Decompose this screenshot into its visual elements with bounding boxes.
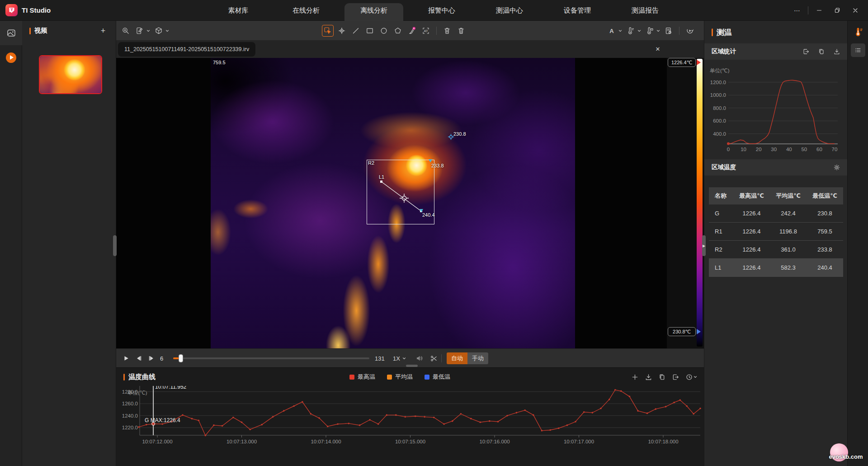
restore-button[interactable] — [828, 0, 846, 21]
svg-text:G MAX:1226.4: G MAX:1226.4 — [145, 417, 180, 423]
thermometer-tool-button[interactable] — [851, 25, 865, 39]
download-button[interactable] — [645, 373, 652, 381]
delete-tool-icon[interactable] — [441, 25, 453, 37]
panel-resize-grip[interactable] — [406, 365, 418, 367]
media-library-button[interactable] — [0, 21, 22, 45]
minimize-button[interactable] — [810, 0, 828, 21]
curve-panel-actions — [631, 368, 698, 386]
timeline-handle[interactable] — [179, 354, 183, 362]
volume-button[interactable] — [415, 354, 424, 362]
close-document-icon[interactable]: ✕ — [653, 45, 662, 54]
window-controls: ⋯ — [788, 0, 864, 21]
more-menu-button[interactable]: ⋯ — [788, 0, 806, 21]
legend-item-最低温[interactable]: 最低温 — [425, 373, 450, 381]
export-button[interactable] — [672, 373, 679, 381]
prev-frame-button[interactable] — [135, 355, 142, 362]
add-video-button[interactable]: + — [99, 26, 108, 35]
play-button[interactable] — [123, 355, 130, 362]
clip-scissors-button[interactable] — [430, 355, 438, 362]
colorbar-min-handle[interactable] — [697, 329, 701, 334]
main-workspace: AIAT A 11_20250515100711491-202505151007… — [116, 21, 704, 466]
temp-annotation-tool-caret-icon[interactable] — [658, 29, 660, 33]
ellipse-tool-icon[interactable] — [378, 25, 390, 37]
delete-all-tool-icon[interactable] — [455, 25, 467, 37]
time-range-button[interactable] — [685, 373, 698, 381]
play-review-tool-icon[interactable] — [684, 25, 696, 37]
l1-min-marker[interactable]: 240.4 — [420, 209, 423, 212]
r2-region-label: R2 — [368, 160, 374, 166]
table-row-R2[interactable]: R21226.4361.0233.8 — [709, 241, 843, 259]
playback-speed[interactable]: 1X — [393, 355, 400, 362]
svg-text:10:07:16.000: 10:07:16.000 — [479, 439, 509, 444]
nav-tab-测温报告[interactable]: 测温报告 — [611, 0, 679, 21]
mode-manual-button[interactable]: 手动 — [467, 352, 488, 364]
select-tool-icon[interactable] — [322, 25, 334, 37]
legend-item-平均温[interactable]: 平均温 — [387, 373, 413, 381]
timeline-slider[interactable] — [173, 357, 369, 359]
legend-item-最高温[interactable]: 最高温 — [349, 373, 375, 381]
offline-video-button[interactable] — [0, 45, 22, 70]
temp-display-tool-caret-icon[interactable] — [639, 29, 642, 33]
colorbar-max-handle[interactable] — [697, 60, 701, 65]
font-tool-icon[interactable]: A — [606, 25, 618, 37]
gear-icon[interactable] — [833, 164, 840, 171]
temp-value: 233.8 — [807, 246, 843, 253]
r2-min-marker[interactable]: 233.8 — [429, 159, 432, 162]
svg-text:10:07:17.000: 10:07:17.000 — [564, 439, 594, 444]
nav-tab-报警中心[interactable]: 报警中心 — [408, 0, 476, 21]
l1-endpoint-start[interactable] — [380, 181, 382, 183]
table-row-L1[interactable]: L11226.4582.3240.4 — [709, 259, 843, 277]
next-frame-button[interactable] — [148, 355, 155, 362]
annotation-display-tool-icon[interactable] — [134, 25, 146, 37]
copy-icon[interactable] — [818, 48, 825, 55]
svg-text:400.0: 400.0 — [713, 131, 726, 137]
nav-tab-测温中心[interactable]: 测温中心 — [476, 0, 543, 21]
ai-annotation-tool-icon[interactable]: AI — [406, 25, 418, 37]
nav-tab-设备管理[interactable]: 设备管理 — [543, 0, 611, 21]
point-tool-icon[interactable] — [336, 25, 348, 37]
download-icon[interactable] — [833, 48, 840, 55]
svg-text:10:07:14.000: 10:07:14.000 — [311, 439, 341, 444]
export-icon[interactable] — [802, 48, 810, 55]
annotation-display-tool-caret-icon[interactable] — [148, 29, 151, 33]
temp-annotation-tool-icon[interactable] — [644, 25, 656, 37]
document-tab[interactable]: 11_20250515100711491-20250515100722339.i… — [118, 42, 255, 57]
g-point-marker[interactable]: 230.8 — [449, 131, 466, 137]
nav-tab-离线分析[interactable]: 离线分析 — [340, 0, 408, 21]
close-button[interactable] — [846, 0, 864, 21]
left-splitter-handle[interactable] — [113, 235, 117, 256]
video-canvas[interactable]: 759.5 230.8 R2 233.8 — [116, 58, 667, 348]
copy-button[interactable] — [658, 373, 666, 381]
nav-tab-素材库[interactable]: 素材库 — [204, 0, 272, 21]
view-3d-tool-icon[interactable] — [153, 25, 165, 37]
toolbar-divider — [679, 27, 679, 35]
thermal-image: 759.5 230.8 R2 233.8 — [211, 58, 575, 348]
cursor-crosshair-icon — [399, 193, 409, 203]
font-tool-caret-icon[interactable] — [620, 29, 623, 33]
line-tool-icon[interactable] — [350, 25, 362, 37]
right-splitter-handle[interactable]: ▶ — [702, 235, 706, 256]
table-row-G[interactable]: G1226.4242.4230.8 — [709, 204, 843, 223]
svg-text:10:07:13.000: 10:07:13.000 — [226, 439, 257, 444]
svg-text:A: A — [609, 28, 614, 34]
svg-text:10:07:15.000: 10:07:15.000 — [395, 439, 425, 444]
r2-min-label: 233.8 — [431, 163, 444, 168]
window-controls-divider — [808, 6, 808, 14]
measure-panel-title: 测温 — [717, 27, 732, 38]
list-view-button[interactable] — [851, 43, 865, 57]
zoom-tool-icon[interactable] — [120, 25, 132, 37]
report-tool-icon[interactable] — [663, 25, 675, 37]
video-thumbnail[interactable] — [39, 55, 102, 94]
polygon-tool-icon[interactable] — [392, 25, 404, 37]
svg-text:1280.0: 1280.0 — [122, 389, 138, 395]
svg-text:1200.0: 1200.0 — [710, 80, 726, 85]
temp-display-tool-icon[interactable] — [625, 25, 637, 37]
text-annotation-tool-icon[interactable]: AT — [420, 25, 432, 37]
rect-tool-icon[interactable] — [364, 25, 376, 37]
mode-auto-button[interactable]: 自动 — [447, 352, 467, 364]
chevron-down-icon[interactable] — [402, 356, 406, 361]
view-3d-tool-caret-icon[interactable] — [167, 29, 170, 33]
add-curve-button[interactable] — [631, 373, 639, 381]
table-row-R1[interactable]: R11226.41196.8759.5 — [709, 223, 843, 241]
nav-tab-在线分析[interactable]: 在线分析 — [272, 0, 340, 21]
